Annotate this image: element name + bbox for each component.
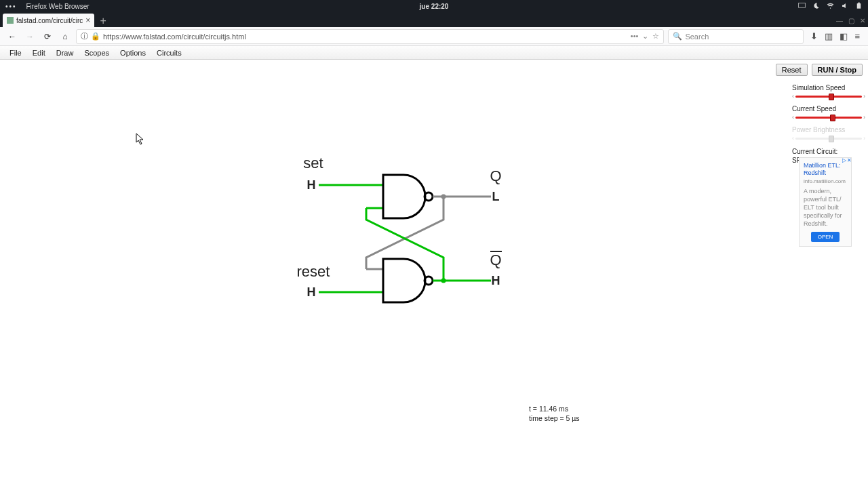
window-close-icon[interactable]: ✕ [860, 17, 865, 24]
forward-button[interactable]: → [23, 30, 37, 43]
menu-options[interactable]: Options [115, 49, 151, 57]
reload-button[interactable]: ⟳ [41, 30, 54, 43]
q-output-state: L [492, 190, 500, 203]
ad-box: ▷ ✕ Matillion ETL:Redshift info.matillio… [799, 157, 852, 247]
ad-open-button[interactable]: OPEN [811, 232, 840, 242]
current-circuit-label: Current Circuit: [792, 147, 865, 156]
back-button[interactable]: ← [5, 30, 19, 43]
qbar-output-state: H [492, 274, 500, 287]
sim-time: t = 11.46 ms [529, 404, 580, 413]
ad-close-icon[interactable]: ✕ [847, 157, 852, 163]
svg-rect-0 [799, 3, 806, 7]
downloads-icon[interactable]: ⬇ [810, 31, 818, 41]
os-app-name: Firefox Web Browser [26, 3, 90, 10]
tab-close-icon[interactable]: × [85, 16, 90, 25]
browser-toolbar: ← → ⟳ ⌂ ⓘ 🔒 https://www.falstad.com/circ… [0, 27, 868, 46]
wifi-icon[interactable] [827, 2, 834, 11]
pocket-icon[interactable]: ⌄ [642, 32, 648, 41]
reset-input-state[interactable]: H [307, 285, 316, 299]
info-icon[interactable]: ⓘ [81, 31, 88, 41]
power-brightness-slider: ‹› [792, 135, 865, 142]
adchoices-icon[interactable]: ▷ [842, 157, 846, 163]
search-placeholder: Search [685, 33, 709, 41]
right-panel: Simulation Speed ‹› Current Speed ‹› Pow… [792, 84, 865, 165]
run-stop-button[interactable]: RUN / Stop [812, 64, 863, 76]
window-minimize-icon[interactable]: — [836, 17, 843, 24]
menu-file[interactable]: File [4, 49, 27, 57]
reset-label: reset [297, 263, 330, 280]
search-icon: 🔍 [673, 32, 682, 41]
menu-scopes[interactable]: Scopes [79, 49, 115, 57]
url-field[interactable]: ⓘ 🔒 https://www.falstad.com/circuit/circ… [76, 29, 664, 44]
screen-icon[interactable] [798, 2, 806, 11]
library-icon[interactable]: ▥ [825, 31, 833, 41]
browser-tabstrip: falstad.com/circuit/circ × + — ▢ ✕ [0, 12, 868, 27]
battery-icon[interactable] [855, 2, 863, 11]
app-menu-bar: File Edit Draw Scopes Options Circuits [0, 46, 868, 60]
circuit-diagram[interactable]: set H reset H Q L Q H [0, 60, 610, 399]
set-label: set [303, 155, 323, 171]
sim-speed-label: Simulation Speed [792, 84, 865, 92]
reset-button[interactable]: Reset [776, 64, 808, 76]
mouse-cursor-icon [136, 133, 145, 145]
tab-title: falstad.com/circuit/circ [16, 17, 83, 24]
browser-tab[interactable]: falstad.com/circuit/circ × [3, 14, 94, 27]
os-top-bar: ••• Firefox Web Browser jue 22:20 [0, 0, 868, 12]
window-maximize-icon[interactable]: ▢ [848, 17, 854, 24]
sim-speed-slider[interactable]: ‹› [792, 93, 865, 100]
sidebar-icon[interactable]: ◧ [840, 31, 848, 41]
set-input-state[interactable]: H [307, 178, 316, 192]
menu-icon[interactable]: ≡ [854, 31, 860, 41]
qbar-output-label: Q [490, 251, 501, 268]
page-actions-icon[interactable]: ••• [631, 32, 639, 41]
night-icon[interactable] [812, 2, 820, 11]
volume-icon[interactable] [841, 2, 848, 11]
canvas-area[interactable]: Reset RUN / Stop Simulation Speed ‹› Cur… [0, 60, 868, 488]
sim-status: t = 11.46 ms time step = 5 µs [529, 404, 580, 423]
url-text: https://www.falstad.com/circuit/circuitj… [103, 33, 628, 41]
menu-edit[interactable]: Edit [27, 49, 51, 57]
current-speed-slider[interactable]: ‹› [792, 114, 865, 121]
home-button[interactable]: ⌂ [58, 30, 72, 43]
ad-title[interactable]: Matillion ETL:Redshift [804, 162, 847, 177]
lock-icon: 🔒 [91, 32, 100, 41]
current-speed-label: Current Speed [792, 105, 865, 113]
new-tab-button[interactable]: + [94, 15, 111, 27]
bookmark-icon[interactable]: ☆ [652, 32, 659, 41]
svg-rect-1 [857, 3, 861, 9]
sim-timestep: time step = 5 µs [529, 413, 580, 423]
activities-icon[interactable]: ••• [5, 3, 17, 10]
svg-rect-2 [858, 2, 860, 3]
ad-body: A modern, powerful ETL/ ELT tool built s… [804, 187, 847, 228]
os-clock[interactable]: jue 22:20 [420, 3, 449, 10]
ad-url: info.matillion.com [804, 178, 847, 184]
favicon-icon [7, 17, 14, 24]
search-field[interactable]: 🔍 Search [668, 29, 804, 44]
power-brightness-label: Power Brightness [792, 126, 865, 134]
menu-draw[interactable]: Draw [51, 49, 79, 57]
q-output-label: Q [490, 167, 501, 184]
menu-circuits[interactable]: Circuits [151, 49, 187, 57]
